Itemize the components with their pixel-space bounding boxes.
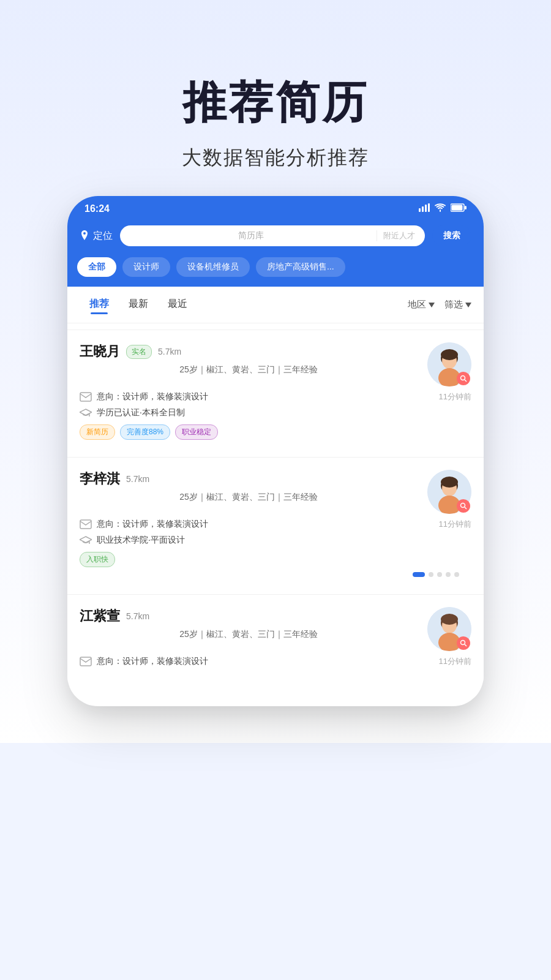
location-pin-icon xyxy=(80,230,89,241)
filter-group: 地区 筛选 xyxy=(408,299,471,311)
category-tab-realestate[interactable]: 房地产高级销售... xyxy=(256,257,345,277)
resume-card-1[interactable]: 王晓月 实名 5.7km 25岁｜椒江、黄岩、三门｜三年经验 xyxy=(67,330,484,450)
intention-row-1: 意向：设计师，装修装演设计 11分钟前 xyxy=(80,391,471,402)
card-header-left-2: 李梓淇 5.7km 25岁｜椒江、黄岩、三门｜三年经验 xyxy=(80,470,418,509)
envelope-icon-1 xyxy=(80,392,92,402)
hero-section: 推荐简历 大数据智能分析推荐 16:24 xyxy=(0,0,551,743)
basic-info-3: 25岁｜椒江、黄岩、三门｜三年经验 xyxy=(80,629,418,640)
status-bar: 16:24 xyxy=(67,196,484,219)
tag-stable-1: 职业稳定 xyxy=(175,424,218,440)
intention-text-3: 意向：设计师，装修装演设计 xyxy=(97,656,208,667)
resume-card-2[interactable]: 李梓淇 5.7km 25岁｜椒江、黄岩、三门｜三年经验 xyxy=(67,457,484,587)
tag-fast-2: 入职快 xyxy=(80,552,115,567)
card-header-left-1: 王晓月 实名 5.7km 25岁｜椒江、黄岩、三门｜三年经验 xyxy=(80,342,418,382)
distance-2: 5.7km xyxy=(126,474,149,484)
dot-2 xyxy=(429,572,433,577)
svg-marker-15 xyxy=(80,409,92,415)
svg-rect-23 xyxy=(80,520,91,529)
svg-rect-2 xyxy=(425,205,427,212)
intention-text-2: 意向：设计师，装修装演设计 xyxy=(97,519,208,530)
tag-row-1: 新简历 完善度88% 职业稳定 xyxy=(80,424,471,440)
education-text-1: 学历已认证·本科全日制 xyxy=(97,407,185,418)
filter-region[interactable]: 地区 xyxy=(408,299,435,311)
intention-row-2: 意向：设计师，装修装演设计 11分钟前 xyxy=(80,519,471,530)
basic-info-2: 25岁｜椒江、黄岩、三门｜三年经验 xyxy=(80,492,418,503)
avatar-1 xyxy=(427,342,471,386)
status-bar-right xyxy=(419,203,467,214)
svg-point-21 xyxy=(461,503,465,508)
svg-rect-0 xyxy=(419,208,421,212)
hero-title: 推荐简历 xyxy=(24,74,527,132)
graduation-icon-2 xyxy=(80,535,92,545)
search-button[interactable]: 搜索 xyxy=(432,225,471,246)
search-badge-1 xyxy=(457,372,470,385)
svg-point-30 xyxy=(461,641,465,645)
category-bar: 全部 设计师 设备机维修员 房地产高级销售... xyxy=(67,257,484,287)
resume-card-3[interactable]: 江紫萱 5.7km 25岁｜椒江、黄岩、三门｜三年经验 xyxy=(67,594,484,682)
dot-4 xyxy=(446,572,451,577)
search-text: 简历库 xyxy=(130,230,372,241)
intention-row-3: 意向：设计师，装修装演设计 11分钟前 xyxy=(80,656,471,667)
svg-rect-5 xyxy=(452,205,463,211)
candidate-name-1: 王晓月 xyxy=(80,342,120,361)
real-name-badge-1: 实名 xyxy=(126,345,152,359)
svg-marker-24 xyxy=(80,537,92,543)
location-button[interactable]: 定位 xyxy=(80,230,113,243)
dot-1 xyxy=(413,572,425,577)
pagination-dots xyxy=(80,567,471,577)
name-row-3: 江紫萱 5.7km xyxy=(80,607,418,625)
svg-point-12 xyxy=(461,376,465,380)
time-1: 11分钟前 xyxy=(439,391,471,402)
svg-line-22 xyxy=(465,507,467,509)
svg-rect-32 xyxy=(80,657,91,666)
name-row-2: 李梓淇 5.7km xyxy=(80,470,418,488)
category-tab-maintenance[interactable]: 设备机维修员 xyxy=(176,257,250,277)
candidate-name-3: 江紫萱 xyxy=(80,607,120,625)
education-row-1: 学历已认证·本科全日制 xyxy=(80,407,471,418)
signal-icon xyxy=(419,203,430,214)
wifi-icon xyxy=(435,203,446,214)
envelope-icon-2 xyxy=(80,519,92,529)
svg-rect-1 xyxy=(422,206,424,212)
category-tab-all[interactable]: 全部 xyxy=(77,257,116,277)
svg-line-31 xyxy=(465,644,467,646)
tag-row-2: 入职快 xyxy=(80,552,471,567)
category-tab-designer[interactable]: 设计师 xyxy=(122,257,170,277)
top-nav-bar: 定位 简历库 附近人才 搜索 xyxy=(67,219,484,257)
education-row-2: 职业技术学院·平面设计 xyxy=(80,535,471,546)
chevron-down-icon-2 xyxy=(465,303,471,307)
distance-3: 5.7km xyxy=(126,611,149,621)
svg-point-29 xyxy=(441,614,458,625)
time-3: 11分钟前 xyxy=(439,656,471,667)
envelope-icon-3 xyxy=(80,657,92,666)
battery-icon xyxy=(451,203,467,214)
search-bar[interactable]: 简历库 附近人才 xyxy=(120,225,425,246)
name-row-1: 王晓月 实名 5.7km xyxy=(80,342,418,361)
sort-tab-recommend[interactable]: 推荐 xyxy=(80,295,119,314)
basic-info-1: 25岁｜椒江、黄岩、三门｜三年经验 xyxy=(80,364,418,375)
dot-3 xyxy=(437,572,442,577)
search-nearby-text: 附近人才 xyxy=(377,230,415,241)
avatar-3 xyxy=(427,607,471,651)
candidate-name-2: 李梓淇 xyxy=(80,470,120,488)
svg-rect-6 xyxy=(465,206,467,209)
svg-point-20 xyxy=(441,477,458,488)
sort-tab-nearby[interactable]: 最近 xyxy=(158,295,197,314)
tag-new-1: 新简历 xyxy=(80,424,115,440)
filter-screen[interactable]: 筛选 xyxy=(444,299,471,311)
sort-tab-latest[interactable]: 最新 xyxy=(119,295,158,314)
tag-complete-1: 完善度88% xyxy=(120,424,170,440)
card-header-left-3: 江紫萱 5.7km 25岁｜椒江、黄岩、三门｜三年经验 xyxy=(80,607,418,646)
hero-subtitle: 大数据智能分析推荐 xyxy=(24,145,527,172)
graduation-icon-1 xyxy=(80,408,92,418)
distance-1: 5.7km xyxy=(158,347,181,356)
sort-bar: 推荐 最新 最近 地区 筛选 xyxy=(67,287,484,323)
card-header-1: 王晓月 实名 5.7km 25岁｜椒江、黄岩、三门｜三年经验 xyxy=(80,342,471,386)
avatar-2 xyxy=(427,470,471,514)
svg-rect-3 xyxy=(428,203,430,212)
dot-5 xyxy=(454,572,459,577)
location-label: 定位 xyxy=(93,230,113,243)
intention-text-1: 意向：设计师，装修装演设计 xyxy=(97,391,208,402)
phone-mockup: 16:24 xyxy=(67,196,484,706)
svg-rect-14 xyxy=(80,393,91,401)
